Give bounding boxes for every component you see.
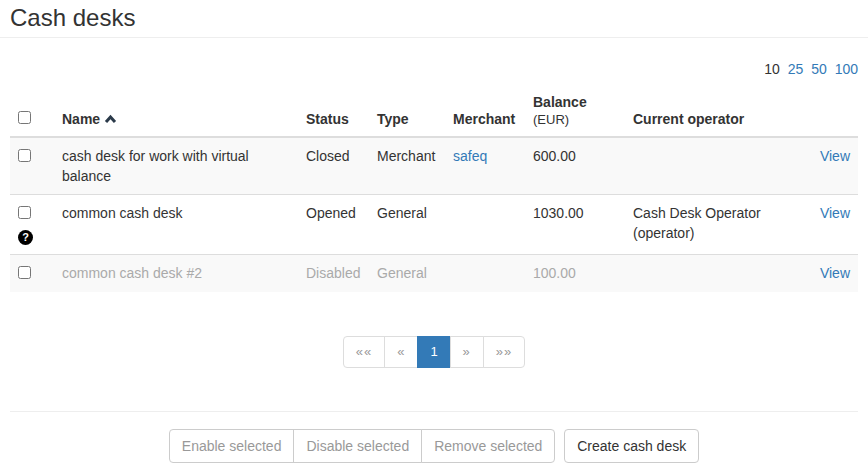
table-row: common cash desk #2 Disabled General 100… xyxy=(10,255,858,293)
merchant-cell xyxy=(445,255,525,293)
page-container: Cash desks 10 25 50 100 Name Status Type… xyxy=(0,0,868,463)
row-checkbox[interactable] xyxy=(18,266,31,279)
view-cell: View xyxy=(803,137,858,195)
create-cash-desk-button[interactable]: Create cash desk xyxy=(564,429,699,463)
balance-cell: 100.00 xyxy=(525,255,625,293)
select-all-checkbox[interactable] xyxy=(18,111,31,124)
column-header-status: Status xyxy=(298,86,369,137)
page-size-option-25[interactable]: 25 xyxy=(788,61,804,77)
table-header-row: Name Status Type Merchant Balance (EUR) … xyxy=(10,86,858,137)
question-icon[interactable]: ? xyxy=(18,230,33,245)
view-cell: View xyxy=(803,195,858,255)
pagination: «« « 1 » »» xyxy=(10,336,858,368)
merchant-cell: safeq xyxy=(445,137,525,195)
column-header-operator: Current operator xyxy=(625,86,803,137)
page-title: Cash desks xyxy=(0,0,868,38)
view-link[interactable]: View xyxy=(820,205,850,221)
column-header-merchant: Merchant xyxy=(445,86,525,137)
operator-cell xyxy=(625,137,803,195)
status-cell: Disabled xyxy=(298,255,369,293)
row-select-cell xyxy=(10,137,54,195)
pagination-last-button[interactable]: »» xyxy=(483,336,525,368)
view-cell: View xyxy=(803,255,858,293)
bulk-actions-bar: Enable selected Disable selected Remove … xyxy=(10,429,858,463)
page-size-selector: 10 25 50 100 xyxy=(10,61,858,77)
type-cell: General xyxy=(369,255,445,293)
merchant-cell xyxy=(445,195,525,255)
remove-selected-button[interactable]: Remove selected xyxy=(421,429,555,463)
column-header-balance-line2: (EUR) xyxy=(533,111,617,128)
cash-desks-table: Name Status Type Merchant Balance (EUR) … xyxy=(10,86,858,292)
row-select-cell xyxy=(10,255,54,293)
name-cell: cash desk for work with virtual balance xyxy=(54,137,298,195)
bulk-actions-group: Enable selected Disable selected Remove … xyxy=(169,429,556,463)
row-checkbox[interactable] xyxy=(18,206,31,219)
view-link[interactable]: View xyxy=(820,148,850,164)
balance-cell: 1030.00 xyxy=(525,195,625,255)
type-cell: Merchant xyxy=(369,137,445,195)
column-header-balance: Balance (EUR) xyxy=(525,86,625,137)
footer-divider xyxy=(10,411,858,412)
name-cell: common cash desk xyxy=(54,195,298,255)
pagination-prev-button[interactable]: « xyxy=(384,336,418,368)
pagination-page-1[interactable]: 1 xyxy=(417,336,450,368)
status-cell: Closed xyxy=(298,137,369,195)
sort-ascending-icon xyxy=(104,111,117,128)
operator-cell xyxy=(625,255,803,293)
pagination-first-button[interactable]: «« xyxy=(343,336,385,368)
column-header-balance-line1: Balance xyxy=(533,94,617,111)
column-header-actions xyxy=(803,86,858,137)
enable-selected-button[interactable]: Enable selected xyxy=(169,429,295,463)
column-header-name[interactable]: Name xyxy=(54,86,298,137)
table-row: ? common cash desk Opened General 1030.0… xyxy=(10,195,858,255)
type-cell: General xyxy=(369,195,445,255)
row-select-cell: ? xyxy=(10,195,54,255)
disable-selected-button[interactable]: Disable selected xyxy=(293,429,422,463)
page-size-option-10-current: 10 xyxy=(764,61,780,77)
balance-cell: 600.00 xyxy=(525,137,625,195)
page-size-option-50[interactable]: 50 xyxy=(811,61,827,77)
page-size-option-100[interactable]: 100 xyxy=(835,61,858,77)
merchant-link[interactable]: safeq xyxy=(453,148,487,164)
column-header-name-label: Name xyxy=(62,111,100,127)
table-row: cash desk for work with virtual balance … xyxy=(10,137,858,195)
name-cell: common cash desk #2 xyxy=(54,255,298,293)
operator-cell: Cash Desk Operator (operator) xyxy=(625,195,803,255)
pagination-next-button[interactable]: » xyxy=(450,336,484,368)
row-checkbox[interactable] xyxy=(18,149,31,162)
column-header-type: Type xyxy=(369,86,445,137)
view-link[interactable]: View xyxy=(820,265,850,281)
select-all-cell xyxy=(10,86,54,137)
status-cell: Opened xyxy=(298,195,369,255)
